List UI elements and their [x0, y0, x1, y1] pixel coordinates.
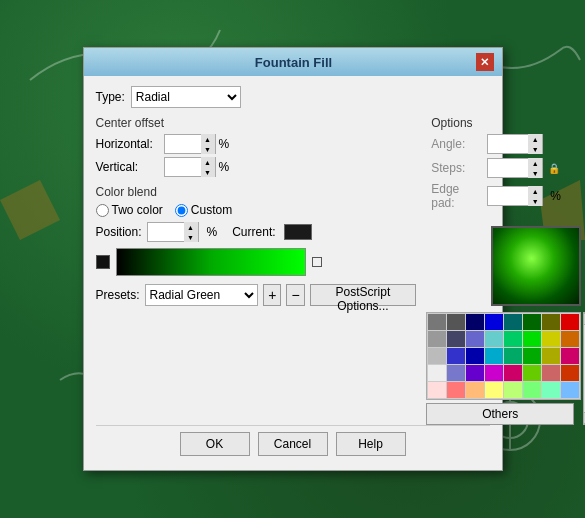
palette-cell[interactable]	[447, 348, 465, 364]
angle-down[interactable]: ▼	[528, 144, 542, 154]
fountain-fill-dialog: Fountain Fill ✕ Type: Radial Linear Coni…	[83, 47, 503, 471]
position-input[interactable]: 0	[148, 223, 184, 241]
palette-cell[interactable]	[561, 348, 579, 364]
steps-down[interactable]: ▼	[528, 168, 542, 178]
position-down[interactable]: ▼	[184, 232, 198, 242]
center-offset-label: Center offset	[96, 116, 417, 130]
palette-cell[interactable]	[561, 365, 579, 381]
remove-preset-button[interactable]: −	[286, 284, 304, 306]
edgepad-label: Edge pad:	[431, 182, 483, 210]
options-section: Options Angle: 0.0 ▲ ▼ Steps:	[431, 116, 581, 214]
palette-cell[interactable]	[523, 331, 541, 347]
palette-cell[interactable]	[428, 348, 446, 364]
close-button[interactable]: ✕	[476, 53, 494, 71]
action-row: OK Cancel Help	[96, 425, 490, 460]
options-label: Options	[431, 116, 581, 130]
color-blend-section: Color blend Two color Custom Position:	[96, 185, 417, 276]
palette-cell[interactable]	[561, 382, 579, 398]
cancel-button[interactable]: Cancel	[258, 432, 328, 456]
presets-select[interactable]: Radial Green	[145, 284, 259, 306]
horizontal-down[interactable]: ▼	[201, 144, 215, 154]
vertical-input[interactable]: 19	[165, 158, 201, 176]
palette-cell[interactable]	[466, 331, 484, 347]
left-panel: Center offset Horizontal: -7 ▲ ▼ %	[96, 116, 417, 425]
position-row: Position: 0 ▲ ▼ % Current:	[96, 222, 417, 242]
palette-cell[interactable]	[504, 365, 522, 381]
gradient-end-indicator	[312, 257, 322, 267]
palette-cell[interactable]	[485, 314, 503, 330]
palette-cell[interactable]	[504, 314, 522, 330]
palette-cell[interactable]	[504, 382, 522, 398]
palette-cell[interactable]	[523, 348, 541, 364]
palette-cell[interactable]	[447, 314, 465, 330]
others-button[interactable]: Others	[426, 403, 574, 425]
add-preset-button[interactable]: +	[263, 284, 281, 306]
palette-cell[interactable]	[428, 365, 446, 381]
palette-cell[interactable]	[428, 314, 446, 330]
custom-radio[interactable]	[175, 204, 188, 217]
two-color-radio[interactable]	[96, 204, 109, 217]
postscript-button[interactable]: PostScript Options...	[310, 284, 417, 306]
vertical-arrows: ▲ ▼	[201, 157, 215, 177]
palette-cell[interactable]	[447, 382, 465, 398]
edgepad-row: Edge pad: 0 ▲ ▼ %	[431, 182, 581, 210]
palette-cell[interactable]	[504, 348, 522, 364]
center-offset-section: Center offset Horizontal: -7 ▲ ▼ %	[96, 116, 417, 177]
palette-cell[interactable]	[485, 365, 503, 381]
palette-cell[interactable]	[466, 314, 484, 330]
position-up[interactable]: ▲	[184, 222, 198, 232]
position-unit: %	[207, 225, 218, 239]
palette-cell[interactable]	[466, 348, 484, 364]
steps-row: Steps: 256 ▲ ▼ 🔒	[431, 158, 581, 178]
presets-label: Presets:	[96, 288, 140, 302]
presets-row: Presets: Radial Green + − PostScript Opt…	[96, 284, 417, 306]
palette-cell[interactable]	[485, 331, 503, 347]
edgepad-up[interactable]: ▲	[528, 186, 542, 196]
palette-cell[interactable]	[504, 331, 522, 347]
steps-input[interactable]: 256	[488, 159, 528, 177]
position-spinbox: 0 ▲ ▼	[147, 222, 199, 242]
horizontal-input[interactable]: -7	[165, 135, 201, 153]
palette-cell[interactable]	[523, 365, 541, 381]
angle-input[interactable]: 0.0	[488, 135, 528, 153]
angle-up[interactable]: ▲	[528, 134, 542, 144]
type-select[interactable]: Radial Linear Conical Square	[131, 86, 241, 108]
palette-cell[interactable]	[428, 331, 446, 347]
palette-cell[interactable]	[466, 382, 484, 398]
palette-cell[interactable]	[542, 348, 560, 364]
palette-container: ▲ ▼ Others	[426, 312, 581, 425]
palette-cell[interactable]	[542, 331, 560, 347]
palette-cell[interactable]	[485, 382, 503, 398]
horizontal-row: Horizontal: -7 ▲ ▼ %	[96, 134, 417, 154]
vertical-down[interactable]: ▼	[201, 167, 215, 177]
angle-spinbox: 0.0 ▲ ▼	[487, 134, 543, 154]
steps-spinbox: 256 ▲ ▼	[487, 158, 543, 178]
edgepad-down[interactable]: ▼	[528, 196, 542, 206]
palette-cell[interactable]	[523, 382, 541, 398]
palette-cell[interactable]	[466, 365, 484, 381]
palette-cell[interactable]	[485, 348, 503, 364]
help-button[interactable]: Help	[336, 432, 406, 456]
edgepad-spinbox: 0 ▲ ▼	[487, 186, 543, 206]
palette-cell[interactable]	[542, 314, 560, 330]
palette-cell[interactable]	[428, 382, 446, 398]
palette-cell[interactable]	[542, 382, 560, 398]
palette-cell[interactable]	[447, 365, 465, 381]
palette-cell[interactable]	[447, 331, 465, 347]
horizontal-up[interactable]: ▲	[201, 134, 215, 144]
vertical-label: Vertical:	[96, 160, 164, 174]
palette-cell[interactable]	[561, 314, 579, 330]
gradient-bar[interactable]	[116, 248, 306, 276]
color-preview	[491, 226, 581, 306]
horizontal-label: Horizontal:	[96, 137, 164, 151]
palette-cell[interactable]	[523, 314, 541, 330]
edgepad-input[interactable]: 0	[488, 187, 528, 205]
palette-cell[interactable]	[542, 365, 560, 381]
palette-cell[interactable]	[561, 331, 579, 347]
steps-up[interactable]: ▲	[528, 158, 542, 168]
ok-button[interactable]: OK	[180, 432, 250, 456]
vertical-up[interactable]: ▲	[201, 157, 215, 167]
steps-label: Steps:	[431, 161, 483, 175]
dialog-title: Fountain Fill	[112, 55, 476, 70]
type-label: Type:	[96, 90, 125, 104]
